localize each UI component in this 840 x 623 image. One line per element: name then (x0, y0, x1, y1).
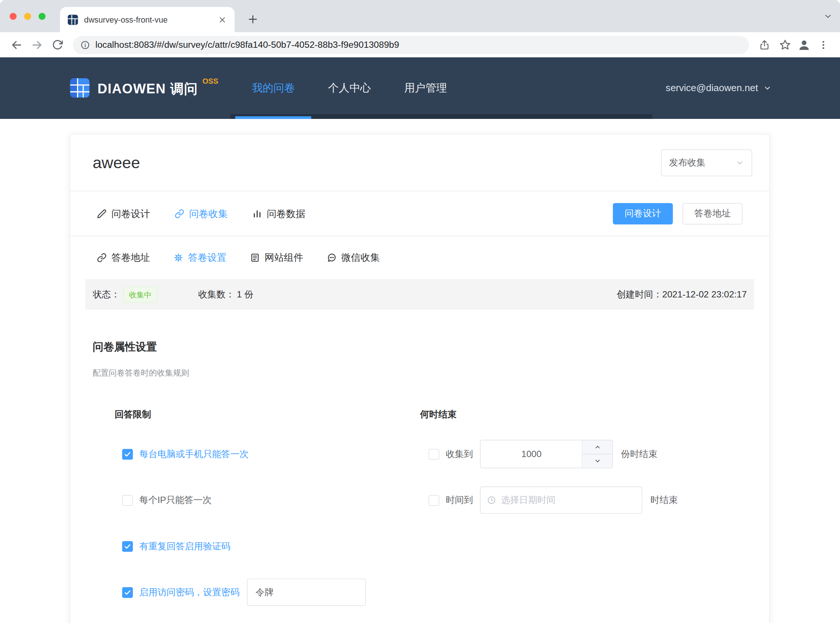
wechat-icon (326, 253, 336, 262)
nav-item-my-surveys[interactable]: 我的问卷 (236, 57, 311, 119)
reload-icon (52, 39, 63, 51)
survey-title: aweee (93, 153, 140, 172)
primary-tabs: 问卷设计 问卷收集 问卷数据 问卷设计 答卷地址 (70, 191, 769, 236)
tab-survey-design[interactable]: 问卷设计 (97, 207, 150, 220)
browser-window: dwsurvey-oss-front-vue localhost:8083/#/… (0, 0, 840, 623)
time-suffix: 时结束 (650, 494, 678, 506)
site-info-icon[interactable] (80, 40, 90, 50)
share-button[interactable] (754, 34, 775, 55)
url-bar[interactable]: localhost:8083/#/dw/survey/c/attr/c98fa1… (73, 35, 749, 54)
publish-collect-value: 发布收集 (669, 156, 705, 169)
settings-title: 问卷属性设置 (93, 340, 769, 354)
settings-columns: 回答限制 每台电脑或手机只能答一次 每个IP只能答一次 (93, 408, 769, 623)
rule-end-by-time: 时间到 时结束 (429, 486, 678, 514)
brand[interactable]: DIAOWEN 调问 OSS (70, 77, 218, 99)
forward-button[interactable] (27, 34, 47, 55)
close-window-button[interactable] (10, 12, 17, 20)
browser-menu-button[interactable] (813, 34, 834, 55)
kebab-menu-icon (818, 39, 829, 50)
checkbox-access-password[interactable] (122, 587, 133, 598)
tab-wechat-collect[interactable]: 微信收集 (326, 251, 380, 264)
card-header: aweee 发布收集 (70, 135, 769, 191)
zoom-window-button[interactable] (38, 12, 46, 20)
checkbox-end-by-time[interactable] (429, 495, 439, 506)
end-datetime-picker[interactable] (480, 486, 642, 514)
profile-button[interactable] (795, 35, 813, 54)
chevron-down-icon (763, 84, 771, 92)
checkbox-captcha-on-repeat[interactable] (122, 541, 133, 551)
tab-survey-data[interactable]: 问卷数据 (252, 207, 305, 220)
tab-list-chevron-icon[interactable] (823, 12, 832, 23)
checkbox-one-per-ip[interactable] (122, 495, 133, 506)
survey-card: aweee 发布收集 问卷设计 问卷收集 (70, 134, 769, 623)
status-label: 状态： (93, 288, 120, 301)
main-nav: 我的问卷 个人中心 用户管理 (236, 57, 464, 119)
created-time-value: 2021-12-02 23:02:17 (662, 289, 746, 300)
share-icon (759, 39, 770, 50)
check-icon (124, 543, 131, 550)
link-icon (97, 253, 107, 262)
tab-answer-address[interactable]: 答卷地址 (97, 251, 150, 264)
arrow-left-icon (11, 39, 23, 51)
tab-survey-collect[interactable]: 问卷收集 (175, 207, 228, 220)
checkbox-end-by-count[interactable] (429, 448, 439, 459)
bookmark-button[interactable] (775, 34, 795, 55)
check-icon (124, 450, 131, 458)
tab-answer-settings[interactable]: 答卷设置 (174, 251, 227, 264)
created-time-label: 创建时间： (617, 288, 662, 301)
minimize-window-button[interactable] (24, 12, 31, 20)
answer-limit-title: 回答限制 (115, 408, 398, 420)
count-suffix: 份时结束 (621, 448, 657, 460)
close-tab-icon[interactable] (218, 15, 227, 25)
collect-count-stepper (480, 440, 613, 468)
header-actions: 问卷设计 答卷地址 (613, 203, 743, 224)
clock-icon (487, 496, 496, 505)
url-text: localhost:8083/#/dw/survey/c/attr/c98fa1… (95, 39, 399, 50)
stepper-up-button[interactable] (582, 440, 612, 454)
site-favicon-icon (67, 14, 78, 25)
survey-design-button[interactable]: 问卷设计 (613, 203, 673, 224)
secondary-tabs: 答卷地址 答卷设置 网站组件 微信收集 (70, 236, 769, 279)
rule-end-by-count: 收集到 (429, 440, 678, 468)
access-password-input[interactable] (247, 578, 366, 606)
app-header: DIAOWEN 调问 OSS 我的问卷 个人中心 用户管理 service@di… (0, 57, 840, 119)
status-bar: 状态： 收集中 收集数： 1 份 创建时间： 2021-12-02 23:02:… (85, 279, 754, 310)
end-datetime-input[interactable] (501, 495, 635, 506)
settings-subtitle: 配置问卷答卷时的收集规则 (93, 368, 769, 378)
widget-icon (250, 253, 260, 262)
avatar-icon (797, 38, 811, 52)
nav-item-user-management[interactable]: 用户管理 (388, 57, 463, 119)
stepper-down-button[interactable] (582, 454, 612, 468)
rule-one-per-ip: 每个IP只能答一次 (122, 486, 398, 514)
tab-title: dwsurvey-oss-front-vue (84, 15, 218, 24)
arrow-right-icon (31, 39, 43, 51)
reload-button[interactable] (47, 34, 67, 55)
new-tab-button[interactable] (244, 11, 262, 28)
collect-count-label: 收集数： (198, 288, 235, 301)
nav-item-personal-center[interactable]: 个人中心 (311, 57, 388, 119)
brand-badge: OSS (202, 76, 218, 85)
brand-name: DIAOWEN 调问 (97, 77, 198, 99)
tab-site-widget[interactable]: 网站组件 (250, 251, 303, 264)
gear-icon (174, 253, 183, 262)
stepper-controls (582, 440, 612, 468)
answer-address-button[interactable]: 答卷地址 (682, 203, 743, 224)
collect-count-input[interactable] (480, 440, 582, 468)
chevron-up-icon (594, 444, 601, 451)
rule-captcha-on-repeat: 有重复回答启用验证码 (122, 532, 398, 560)
publish-collect-select[interactable]: 发布收集 (661, 149, 752, 176)
browser-toolbar: localhost:8083/#/dw/survey/c/attr/c98fa1… (0, 32, 840, 57)
back-button[interactable] (6, 34, 27, 55)
end-condition-title: 何时结束 (420, 408, 678, 420)
rule-access-password: 启用访问密码，设置密码 (122, 578, 398, 607)
pencil-icon (97, 209, 107, 218)
browser-tab[interactable]: dwsurvey-oss-front-vue (60, 7, 235, 32)
link-icon (175, 209, 184, 218)
account-menu[interactable]: service@diaowen.net (665, 83, 771, 94)
diaowen-logo-icon (70, 77, 90, 98)
rule-one-per-device: 每台电脑或手机只能答一次 (122, 440, 398, 468)
checkbox-one-per-device[interactable] (122, 448, 133, 459)
bar-chart-icon (252, 209, 262, 218)
window-controls (10, 12, 46, 20)
browser-tabstrip: dwsurvey-oss-front-vue (0, 0, 840, 32)
